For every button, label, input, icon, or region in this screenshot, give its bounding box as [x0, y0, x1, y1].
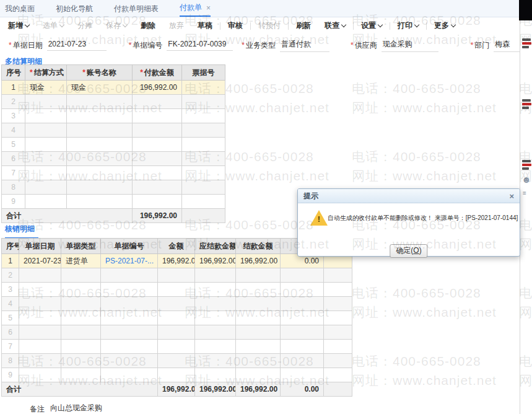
grid-cell[interactable] — [195, 268, 236, 283]
grid-cell[interactable] — [25, 195, 67, 209]
grid-cell[interactable] — [19, 340, 61, 354]
refresh-button[interactable]: 刷新 — [289, 20, 318, 31]
grid-cell[interactable]: 196,992.00 — [236, 254, 281, 268]
grid-cell[interactable] — [324, 283, 352, 297]
grid-cell[interactable] — [61, 354, 101, 368]
grid-cell[interactable] — [195, 311, 236, 325]
field-value[interactable]: 2021-07-23 — [47, 40, 107, 51]
grid-cell[interactable] — [19, 368, 61, 382]
grid-cell[interactable] — [61, 368, 101, 382]
grid-cell[interactable] — [195, 325, 236, 340]
grid-cell[interactable] — [182, 166, 225, 180]
save-button[interactable]: 保存 — [99, 20, 134, 31]
to-prepay-button[interactable]: 转预付 — [251, 20, 287, 31]
grid-cell[interactable]: 进货单 — [61, 254, 101, 268]
new-button[interactable]: 新增 — [1, 20, 36, 31]
print-button[interactable]: 打印 — [391, 20, 425, 31]
grid-cell[interactable] — [158, 340, 195, 354]
select-doc-button[interactable]: 选单 — [36, 20, 71, 31]
grid-cell[interactable] — [158, 354, 195, 368]
grid-cell[interactable] — [61, 340, 101, 354]
grid-cell[interactable] — [25, 152, 67, 166]
grid-cell[interactable] — [19, 268, 61, 283]
delete-button[interactable]: 删除 — [134, 20, 162, 31]
grid-cell[interactable] — [67, 166, 133, 180]
grid-cell[interactable] — [195, 340, 236, 354]
grid-cell[interactable] — [182, 95, 225, 109]
grid-cell[interactable] — [281, 297, 324, 311]
grid-cell[interactable] — [25, 180, 67, 195]
remark-input[interactable]: 向山总现金采购 — [49, 403, 352, 414]
grid-cell[interactable] — [281, 311, 324, 325]
grid-cell[interactable] — [67, 152, 133, 166]
grid-cell[interactable] — [101, 268, 158, 283]
field-value[interactable]: 现金采购 — [382, 39, 438, 52]
grid-cell[interactable] — [133, 180, 182, 195]
grid-cell[interactable] — [61, 283, 101, 297]
grid-cell[interactable]: 196,992.00 — [133, 81, 182, 95]
grid-cell[interactable] — [25, 138, 67, 152]
grid-cell[interactable] — [182, 138, 225, 152]
tab-my-desktop[interactable]: 我的桌面 — [5, 0, 35, 17]
grid-cell[interactable] — [25, 95, 67, 109]
grid-cell[interactable] — [281, 268, 324, 283]
grid-cell[interactable] — [158, 283, 195, 297]
grid-cell[interactable]: 现金 — [25, 81, 67, 95]
tab-payment-voucher[interactable]: 付款单× — [180, 0, 211, 17]
grid-cell[interactable] — [324, 297, 352, 311]
grid-cell[interactable] — [236, 297, 281, 311]
grid-cell[interactable] — [133, 109, 182, 123]
grid-cell[interactable] — [19, 325, 61, 340]
grid-cell[interactable] — [182, 180, 225, 195]
grid-cell[interactable] — [25, 123, 67, 138]
tab-writeoff-detail[interactable]: 核销明细 — [5, 224, 38, 239]
grid-cell[interactable] — [236, 340, 281, 354]
grid-cell[interactable] — [324, 268, 352, 283]
tab-init-nav[interactable]: 初始化导航 — [56, 0, 93, 17]
grid-cell[interactable] — [67, 109, 133, 123]
discard-button[interactable]: 放弃 — [162, 20, 191, 31]
grid-cell[interactable] — [133, 195, 182, 209]
grid-cell[interactable] — [182, 109, 225, 123]
field-value[interactable]: FK-2021-07-0039 — [167, 40, 233, 51]
grid-cell[interactable] — [61, 325, 101, 340]
tab-payment-detail-report[interactable]: 付款单明细表 — [114, 0, 159, 17]
dialog-close-icon[interactable]: × — [509, 192, 514, 200]
grid-cell[interactable] — [67, 195, 133, 209]
grid-cell[interactable] — [182, 152, 225, 166]
grid-cell[interactable] — [236, 368, 281, 382]
grid-cell[interactable] — [324, 368, 352, 382]
grid-cell[interactable] — [19, 354, 61, 368]
grid-cell[interactable] — [158, 268, 195, 283]
grid-cell[interactable] — [324, 354, 352, 368]
grid-cell[interactable] — [195, 283, 236, 297]
grid-cell[interactable] — [281, 283, 324, 297]
grid-cell[interactable] — [25, 109, 67, 123]
grid-cell[interactable] — [133, 138, 182, 152]
grid-cell[interactable] — [19, 311, 61, 325]
grid-cell[interactable] — [236, 325, 281, 340]
grid-cell[interactable] — [236, 283, 281, 297]
settings-button[interactable]: 设置 — [354, 20, 389, 31]
grid-cell[interactable] — [324, 325, 352, 340]
field-value[interactable]: 普通付款 — [280, 39, 329, 52]
grid-cell[interactable] — [236, 268, 281, 283]
ok-button[interactable]: 确定(O) — [390, 244, 427, 258]
grid-cell[interactable] — [182, 123, 225, 138]
grid-cell[interactable] — [133, 123, 182, 138]
grid-cell[interactable] — [324, 311, 352, 325]
tab-close-icon[interactable]: × — [206, 4, 211, 12]
customer-service-icon[interactable]: ☻ — [521, 174, 531, 185]
grid-cell[interactable] — [158, 297, 195, 311]
grid-cell[interactable] — [195, 368, 236, 382]
grid-cell[interactable] — [101, 311, 158, 325]
grid-cell[interactable] — [236, 354, 281, 368]
grid-cell[interactable] — [158, 325, 195, 340]
grid-cell[interactable] — [236, 311, 281, 325]
grid-cell[interactable] — [281, 325, 324, 340]
grid-cell[interactable] — [133, 95, 182, 109]
grid-cell[interactable]: PS-2021-07-... — [101, 254, 158, 268]
grid-cell[interactable] — [101, 340, 158, 354]
grid-cell[interactable] — [61, 268, 101, 283]
grid-cell[interactable] — [61, 297, 101, 311]
